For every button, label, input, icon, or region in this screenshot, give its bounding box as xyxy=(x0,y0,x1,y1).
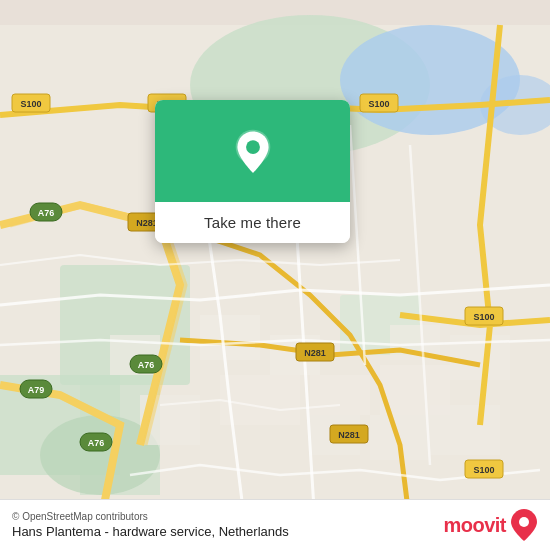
svg-point-47 xyxy=(519,517,529,527)
svg-text:S100: S100 xyxy=(368,99,389,109)
svg-text:A79: A79 xyxy=(28,385,45,395)
svg-text:S100: S100 xyxy=(473,465,494,475)
popup-card: Take me there xyxy=(155,100,350,243)
svg-text:A76: A76 xyxy=(88,438,105,448)
popup-green-area xyxy=(155,100,350,202)
svg-text:A76: A76 xyxy=(38,208,55,218)
map-container: S100 S100 S100 S100 S100 A76 A76 A76 A79… xyxy=(0,0,550,550)
svg-text:A76: A76 xyxy=(138,360,155,370)
osm-credit: © OpenStreetMap contributors xyxy=(12,511,289,522)
map-svg: S100 S100 S100 S100 S100 A76 A76 A76 A79… xyxy=(0,0,550,550)
take-me-there-button[interactable]: Take me there xyxy=(155,202,350,243)
svg-rect-12 xyxy=(310,375,370,415)
bottom-bar: © OpenStreetMap contributors Hans Plante… xyxy=(0,499,550,550)
moovit-text: moovit xyxy=(443,514,506,537)
svg-text:S100: S100 xyxy=(20,99,41,109)
moovit-pin-icon xyxy=(510,508,538,542)
svg-text:S100: S100 xyxy=(473,312,494,322)
svg-text:N281: N281 xyxy=(304,348,326,358)
location-name: Hans Plantema - hardware service, Nether… xyxy=(12,524,289,539)
svg-rect-18 xyxy=(430,405,500,455)
bottom-left-info: © OpenStreetMap contributors Hans Plante… xyxy=(12,511,289,539)
location-pin-icon xyxy=(227,128,279,180)
svg-text:N281: N281 xyxy=(338,430,360,440)
moovit-logo: moovit xyxy=(443,508,538,542)
svg-rect-9 xyxy=(200,315,260,360)
svg-point-46 xyxy=(246,140,260,154)
